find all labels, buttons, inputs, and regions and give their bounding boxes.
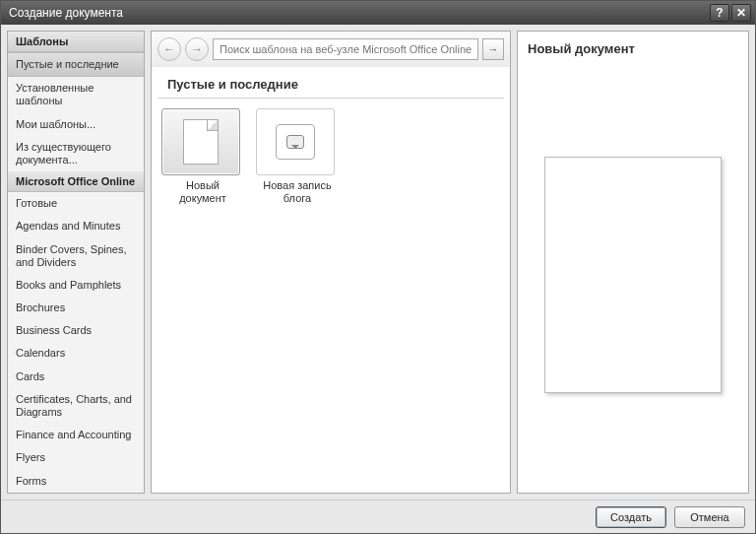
- search-go-button[interactable]: →: [482, 38, 504, 60]
- titlebar: Создание документа ? ✕: [1, 1, 755, 25]
- sidebar-item-brochures[interactable]: Brochures: [8, 297, 144, 319]
- cancel-button[interactable]: Отмена: [674, 506, 745, 528]
- sidebar-item-certificates[interactable]: Certificates, Charts, and Diagrams: [8, 388, 144, 424]
- window-title: Создание документа: [9, 6, 708, 20]
- blog-post-icon: [256, 108, 335, 175]
- create-button[interactable]: Создать: [596, 506, 666, 528]
- template-new-document[interactable]: Новый документ: [161, 108, 244, 204]
- sidebar-item-my-templates[interactable]: Мои шаблоны...: [8, 113, 144, 136]
- sidebar-item-business-cards[interactable]: Business Cards: [8, 319, 144, 342]
- template-list: Новый документ Новая запись блога: [152, 99, 510, 214]
- sidebar-header-office-online: Microsoft Office Online: [8, 171, 144, 192]
- template-caption: Новый документ: [161, 179, 244, 204]
- new-document-dialog: Создание документа ? ✕ Шаблоны Пустые и …: [0, 0, 756, 534]
- sidebar-item-books[interactable]: Books and Pamphlets: [8, 274, 144, 297]
- sidebar-item-featured[interactable]: Готовые: [8, 192, 144, 215]
- sidebar-item-calendars[interactable]: Calendars: [8, 342, 144, 365]
- preview-panel: Новый документ: [517, 31, 749, 494]
- sidebar-item-binder-covers[interactable]: Binder Covers, Spines, and Dividers: [8, 238, 144, 274]
- center-panel: ← → Поиск шаблона на веб-узле Microsoft …: [151, 31, 511, 494]
- sidebar-item-blank-recent[interactable]: Пустые и последние: [8, 52, 144, 77]
- sidebar-item-from-existing[interactable]: Из существующего документа...: [8, 136, 144, 171]
- search-input[interactable]: Поиск шаблона на веб-узле Microsoft Offi…: [213, 38, 478, 60]
- sidebar-item-finance[interactable]: Finance and Accounting: [8, 424, 144, 446]
- sidebar-item-agendas[interactable]: Agendas and Minutes: [8, 215, 144, 237]
- new-document-icon: [161, 108, 240, 175]
- sidebar-item-forms[interactable]: Forms: [8, 470, 144, 493]
- sidebar-header-templates: Шаблоны: [8, 32, 144, 52]
- sidebar-scroll[interactable]: Шаблоны Пустые и последние Установленные…: [8, 32, 144, 493]
- forward-button[interactable]: →: [185, 37, 209, 61]
- section-title: Пустые и последние: [158, 69, 504, 99]
- page-preview-icon: [544, 157, 722, 393]
- sidebar-item-cards[interactable]: Cards: [8, 366, 144, 388]
- template-new-blog-post[interactable]: Новая запись блога: [256, 108, 339, 204]
- footer: Создать Отмена: [1, 500, 755, 533]
- preview-area: [526, 64, 740, 485]
- sidebar-item-flyers[interactable]: Flyers: [8, 446, 144, 469]
- dialog-body: Шаблоны Пустые и последние Установленные…: [1, 25, 755, 500]
- preview-title: Новый документ: [526, 39, 740, 64]
- close-button[interactable]: ✕: [731, 4, 751, 22]
- sidebar-item-installed-templates[interactable]: Установленные шаблоны: [8, 77, 144, 112]
- sidebar: Шаблоны Пустые и последние Установленные…: [7, 31, 145, 494]
- back-button[interactable]: ←: [158, 37, 181, 61]
- template-caption: Новая запись блога: [256, 179, 339, 204]
- help-button[interactable]: ?: [710, 4, 729, 22]
- toolbar: ← → Поиск шаблона на веб-узле Microsoft …: [152, 32, 510, 67]
